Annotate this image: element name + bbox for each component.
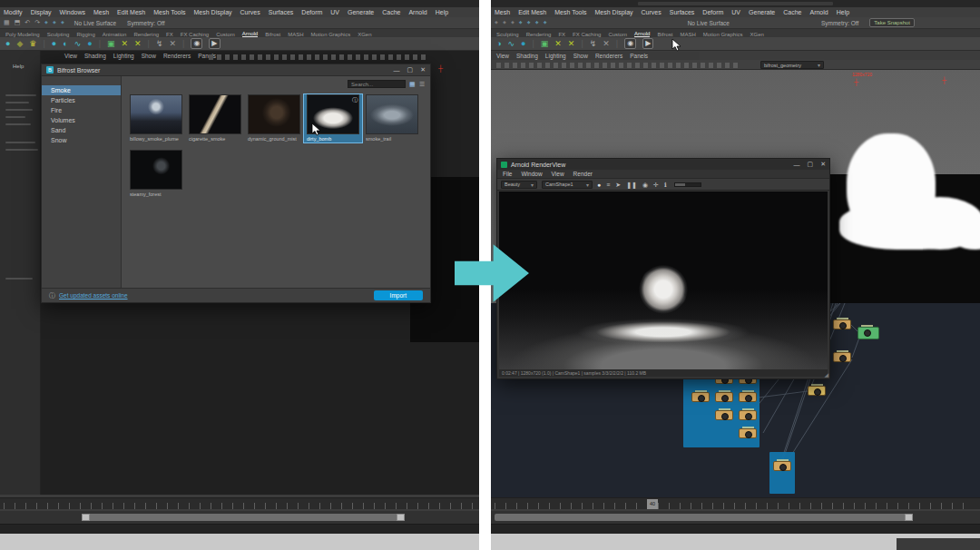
shelf-icon[interactable]: | [581, 40, 583, 48]
maximize-button[interactable]: ▢ [407, 66, 414, 74]
close-button[interactable]: ✕ [420, 66, 426, 74]
shelf-icon[interactable]: ◑ [496, 40, 501, 48]
shelf-icon[interactable]: | [616, 40, 618, 48]
time-slider[interactable]: 40 [491, 497, 980, 509]
time-slider[interactable] [0, 497, 479, 509]
shelf-icon[interactable]: | [99, 40, 101, 48]
renderview-toolbar-icon[interactable]: ℹ [664, 182, 667, 188]
shelf-icon[interactable]: ✕ [568, 40, 575, 48]
toolbar-icon[interactable]: ⌖ [53, 19, 56, 26]
panel-menu-item[interactable]: Panels [630, 53, 648, 59]
shelf-icon[interactable]: ✕ [169, 40, 176, 48]
command-line[interactable] [0, 524, 479, 534]
shelf-icon[interactable]: | [532, 40, 534, 48]
menu-item[interactable]: Windows [60, 9, 85, 15]
menu-item[interactable]: Display [31, 9, 52, 15]
toolbar-icon[interactable]: ⌖ [511, 19, 514, 26]
toolbar-icon[interactable]: ⌖ [519, 19, 523, 26]
close-button[interactable]: ✕ [820, 161, 826, 168]
shelf-icon[interactable]: ✕ [134, 40, 142, 48]
toolbar-icon[interactable]: ⌖ [495, 19, 498, 26]
geometry-combo[interactable]: bifrost_geometry ▾ [760, 61, 824, 69]
minimize-button[interactable]: — [394, 67, 400, 74]
toolbar-icon[interactable]: ▦ [4, 19, 10, 26]
shelf-icon[interactable]: ✕ [603, 40, 610, 48]
import-button[interactable]: Import [374, 290, 423, 300]
toolbar-icon[interactable]: ⌖ [61, 19, 64, 26]
category-item[interactable]: Fire [42, 105, 121, 115]
renderview-toolbar-icon[interactable]: ✛ [653, 182, 659, 188]
range-handle-end[interactable] [397, 514, 405, 521]
shelf-icon[interactable]: ● [521, 40, 525, 48]
toolbar-icon[interactable]: ⌖ [535, 19, 539, 26]
shelf-icon[interactable]: ✕ [122, 40, 129, 48]
menu-item[interactable]: Help [837, 9, 849, 15]
toolbar-icon[interactable]: ⌖ [503, 19, 506, 26]
renderview-toolbar-icon[interactable]: ≡ [606, 182, 610, 188]
shelf-icon[interactable]: | [182, 40, 184, 48]
menu-item[interactable]: Help [436, 9, 448, 15]
panel-menu-item[interactable]: Shading [84, 53, 106, 59]
panel-menu-item[interactable]: Show [142, 53, 156, 59]
toolbar-icon[interactable]: ↷ [34, 19, 40, 26]
graph-node[interactable] [715, 392, 733, 402]
maximize-button[interactable]: ▢ [808, 161, 814, 168]
asset-thumbnail[interactable] [248, 94, 300, 134]
shelf-icon[interactable]: ▶ [642, 38, 653, 49]
snapshot-button[interactable]: Take Snapshot [869, 18, 915, 27]
toolbar-icon[interactable]: ⌖ [544, 19, 547, 26]
assets-link[interactable]: Get updated assets online [59, 292, 128, 299]
shelf-icon[interactable]: ↯ [156, 40, 163, 48]
toolbar-icon[interactable]: ⌖ [527, 19, 531, 26]
menu-item[interactable]: Generate [749, 9, 775, 15]
range-slider[interactable] [0, 511, 479, 524]
shelf-icon[interactable]: | [43, 40, 44, 48]
toolbar-icon[interactable]: ↶ [24, 19, 30, 26]
shelf-icon[interactable]: ● [52, 40, 56, 48]
menu-item[interactable]: Mesh [93, 9, 109, 15]
menu-item[interactable]: File [503, 171, 512, 177]
list-view-icon[interactable]: ☰ [419, 81, 425, 88]
menu-item[interactable]: Cache [783, 9, 801, 15]
menu-item[interactable]: Surfaces [269, 9, 294, 15]
shelf-icon[interactable]: ▣ [541, 40, 549, 48]
menu-item[interactable]: Mesh [495, 9, 510, 15]
graph-node[interactable] [739, 410, 757, 420]
asset-tile[interactable]: cigarette_smoke [186, 94, 244, 142]
shelf-icon[interactable]: ● [87, 40, 92, 48]
command-line[interactable] [491, 524, 980, 534]
graph-node[interactable] [773, 461, 791, 471]
panel-menu-item[interactable]: Renderers [595, 53, 622, 59]
menu-item[interactable]: Edit Mesh [518, 9, 546, 15]
menu-item[interactable]: Arnold [408, 9, 426, 15]
asset-thumbnail[interactable] [189, 94, 241, 134]
renderview-titlebar[interactable]: Arnold RenderView — ▢ ✕ [497, 159, 829, 170]
current-frame-marker[interactable]: 40 [647, 499, 658, 509]
camera-combo[interactable]: CamShape1 ▾ [542, 181, 593, 189]
menu-item[interactable]: Window [521, 171, 542, 177]
graph-node[interactable] [833, 319, 851, 329]
asset-tile[interactable]: steamy_forest [127, 150, 185, 198]
shelf-icon[interactable]: ◐ [63, 40, 67, 48]
panel-menu-item[interactable]: Shading [516, 53, 538, 59]
category-item[interactable]: Volumes [42, 115, 121, 125]
graph-node[interactable] [808, 386, 826, 396]
range-slider[interactable] [491, 511, 980, 524]
graph-backdrop[interactable] [769, 452, 795, 494]
menu-item[interactable]: Modify [4, 9, 23, 15]
minimize-button[interactable]: — [794, 162, 800, 168]
shelf-icon[interactable]: ∿ [507, 40, 514, 48]
menu-item[interactable]: UV [731, 9, 740, 15]
category-item[interactable]: Sand [42, 125, 121, 135]
menu-item[interactable]: Generate [348, 9, 374, 15]
menu-item[interactable]: Edit Mesh [117, 9, 145, 15]
menu-item[interactable]: Deform [301, 9, 322, 15]
asset-thumbnail[interactable] [130, 150, 182, 190]
viewport-icon-strip[interactable]: bifrost_geometry ▾ [491, 60, 980, 70]
shelf-icon[interactable]: ↯ [590, 40, 597, 48]
shelf-tab[interactable]: Arnold [242, 31, 258, 37]
menu-item[interactable]: Curves [240, 9, 260, 15]
graph-node[interactable] [739, 428, 757, 438]
menu-item[interactable]: Cache [382, 9, 400, 15]
menu-item[interactable]: Mesh Display [194, 9, 232, 15]
